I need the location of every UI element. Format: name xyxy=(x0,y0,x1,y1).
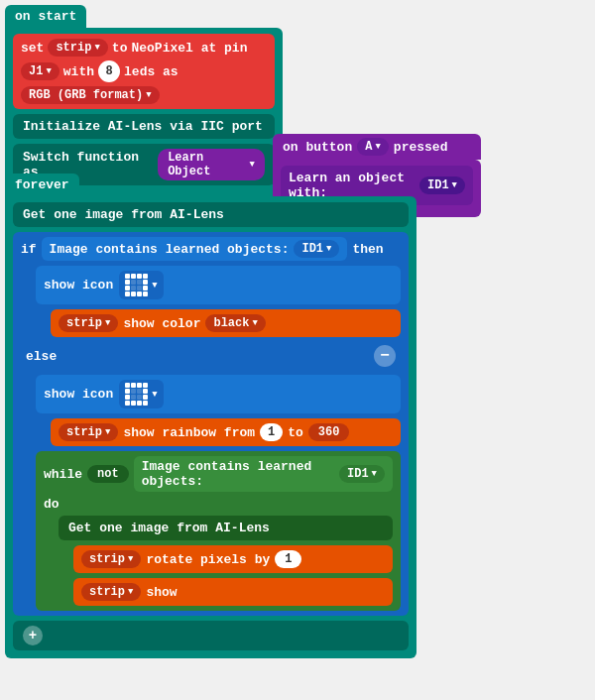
on-start-header: on start xyxy=(5,5,86,28)
while-condition: Image contains learned objects: ID1 ▼ xyxy=(134,456,393,492)
forever-header: forever xyxy=(5,174,79,196)
to-label: to xyxy=(288,425,303,440)
rotate-val[interactable]: 1 xyxy=(275,550,301,568)
if-condition: Image contains learned objects: ID1 ▼ xyxy=(42,237,348,261)
leds-label: leds as xyxy=(124,64,178,79)
format-dropdown[interactable]: RGB (GRB format) ▼ xyxy=(21,86,160,104)
strip-dropdown[interactable]: strip ▼ xyxy=(48,39,107,57)
strip-show-row: strip ▼ show xyxy=(73,578,393,606)
grid-icon-1 xyxy=(125,274,148,296)
contains-label: Image contains learned objects: xyxy=(50,242,290,257)
on-start-container: on start set strip ▼ to NeoPixel at pin … xyxy=(5,5,283,200)
strip-row: set strip ▼ to NeoPixel at pin J1 ▼ with… xyxy=(13,34,275,109)
while-container: while not Image contains learned objects… xyxy=(36,451,401,611)
strip-show-label: show xyxy=(146,585,177,600)
neopixel-label: NeoPixel at pin xyxy=(131,41,247,56)
icon-dropdown-2[interactable]: ▼ xyxy=(119,380,163,408)
add-circle-btn[interactable]: + xyxy=(23,626,43,645)
initialize-row: Initialize AI-Lens via IIC port xyxy=(13,114,275,139)
show-icon-label-1: show icon xyxy=(44,278,113,292)
while-row: while not Image contains learned objects… xyxy=(44,456,393,492)
on-button-header: on button A ▼ pressed xyxy=(273,134,481,160)
forever-body: Get one image from AI-Lens if Image cont… xyxy=(5,196,416,658)
get-image-row: Get one image from AI-Lens xyxy=(13,202,409,227)
set-label: set xyxy=(21,41,44,56)
if-container: if Image contains learned objects: ID1 ▼… xyxy=(13,232,409,616)
leds-count[interactable]: 8 xyxy=(98,60,120,82)
rainbow-label: show rainbow from xyxy=(123,425,255,440)
if-row: if Image contains learned objects: ID1 ▼… xyxy=(21,237,401,261)
add-bar: + xyxy=(13,621,409,650)
show-icon-label-2: show icon xyxy=(44,387,113,402)
to-label: to xyxy=(112,41,128,56)
show-icon-row-1: show icon ▼ xyxy=(36,266,401,304)
strip-dropdown-3[interactable]: strip ▼ xyxy=(59,423,118,441)
forever-container: forever Get one image from AI-Lens if Im… xyxy=(5,174,416,658)
while-id-dropdown[interactable]: ID1 ▼ xyxy=(339,465,385,483)
pressed-label: pressed xyxy=(394,140,448,155)
rotate-row: strip ▼ rotate pixels by 1 xyxy=(73,545,393,573)
else-row: else − xyxy=(21,342,401,370)
grid-icon-2 xyxy=(125,383,148,406)
with-label: with xyxy=(63,64,94,79)
while-contains-label: Image contains learned objects: xyxy=(142,459,334,489)
icon-dropdown-1[interactable]: ▼ xyxy=(119,271,163,299)
show-color-label: show color xyxy=(123,316,200,331)
else-label: else xyxy=(26,349,57,364)
pin-dropdown[interactable]: J1 ▼ xyxy=(21,62,60,80)
if-label: if xyxy=(21,242,37,257)
then-label: then xyxy=(352,242,383,257)
get-image-row-2: Get one image from AI-Lens xyxy=(59,516,393,540)
rainbow-row: strip ▼ show rainbow from 1 to 360 xyxy=(51,418,401,446)
rotate-label: rotate pixels by xyxy=(146,552,270,567)
id-dropdown[interactable]: ID1 ▼ xyxy=(419,176,465,194)
black-dropdown[interactable]: black ▼ xyxy=(205,314,265,332)
forever-label: forever xyxy=(15,177,69,192)
do-row: do xyxy=(44,497,393,512)
from-bubble[interactable]: 1 xyxy=(260,423,283,441)
id1-dropdown[interactable]: ID1 ▼ xyxy=(294,240,339,258)
strip-dropdown-2[interactable]: strip ▼ xyxy=(59,314,118,332)
strip-dropdown-5[interactable]: strip ▼ xyxy=(81,583,141,601)
show-icon-row-2: show icon ▼ xyxy=(36,375,401,413)
button-dropdown[interactable]: A ▼ xyxy=(357,138,389,156)
get-image-label: Get one image from AI-Lens xyxy=(23,207,224,222)
get-image-label-2: Get one image from AI-Lens xyxy=(68,521,270,535)
on-start-label: on start xyxy=(15,9,76,24)
on-button-label: on button xyxy=(283,140,352,155)
while-label: while xyxy=(44,467,82,482)
strip-color-row: strip ▼ show color black ▼ xyxy=(51,309,401,337)
strip-dropdown-4[interactable]: strip ▼ xyxy=(81,550,141,568)
to-bubble[interactable]: 360 xyxy=(308,423,350,441)
initialize-label: Initialize AI-Lens via IIC port xyxy=(23,119,263,134)
not-pill: not xyxy=(87,465,129,483)
do-label: do xyxy=(44,497,60,512)
minus-circle[interactable]: − xyxy=(374,345,396,367)
